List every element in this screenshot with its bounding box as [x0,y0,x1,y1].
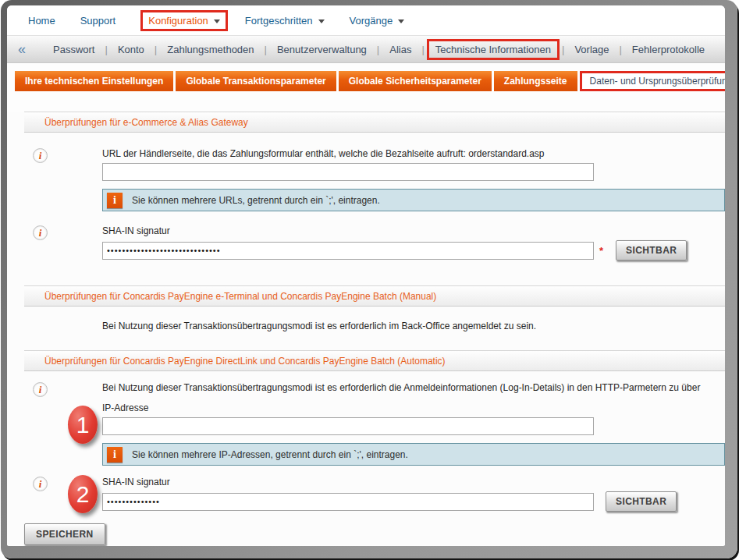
subnav-technische-informationen[interactable]: Technische Informationen [427,39,560,60]
section-header-manual: Überprüfungen für Concardis PayEngine e-… [24,285,725,307]
sha-in-ecommerce-input[interactable] [102,242,594,260]
nav-fortgeschritten-label: Fortgeschritten [245,15,313,27]
info-square-icon: i [107,447,123,463]
nav-vorgaenge[interactable]: Vorgänge [350,15,405,27]
nav-home[interactable]: Home [28,15,55,27]
nav-vorgaenge-label: Vorgänge [350,15,393,27]
url-field-row: i URL der Händlerseite, die das Zahlungs… [24,148,725,211]
section-header-ecommerce: Überprüfungen für e-Commerce & Alias Gat… [24,112,725,133]
sha-in-ecommerce-row: i SHA-IN signatur * SICHTBAR [24,225,725,261]
tab-zahlungsseite[interactable]: Zahlungsseite [494,71,577,91]
screenshot-stage: Home Support Konfiguration Fortgeschritt… [0,0,739,560]
tab-globale-sicherheitsparameter[interactable]: Globale Sicherheitsparameter [339,71,492,91]
automatic-note-text: Bei Nutzung dieser Transaktionsübertragu… [102,382,725,393]
chevron-down-icon [318,19,325,23]
speichern-button[interactable]: SPEICHERN [24,523,105,545]
urls-hint-text: Sie können mehrere URLs, getrennt durch … [132,195,380,206]
ip-input[interactable] [102,417,594,435]
annotation-step-1: 1 [68,406,98,444]
nav-support[interactable]: Support [80,15,116,27]
annotation-step-2: 2 [68,475,98,513]
subnav-fehlerprotokolle[interactable]: Fehlerprotokolle [622,44,715,55]
sha-in-directlink-label: SHA-IN signatur [102,477,725,487]
subnav-passwort[interactable]: Passwort [43,44,105,55]
subnav-zahlungsmethoden[interactable]: Zahlungsmethoden [157,44,264,55]
info-icon[interactable]: i [33,225,48,240]
ip-field-label: IP-Adresse [102,402,725,413]
tab-daten-und-ursprungsueberpruefung[interactable]: Daten- und Ursprungsüberprüfung [580,71,725,91]
chevron-down-icon [398,19,404,23]
settings-tab-strip: Ihre technischen Einstellungen Globale T… [15,71,725,91]
automatic-note-row: i Bei Nutzung dieser Transaktionsübertra… [24,382,725,393]
sha-in-directlink-row: i 2 SHA-IN signatur SICHTBAR [24,477,725,512]
sha-in-directlink-input[interactable] [102,493,594,511]
info-icon[interactable]: i [33,477,48,491]
section-header-automatic: Überprüfungen für Concardis PayEngine Di… [24,350,725,371]
url-input[interactable] [102,163,594,181]
subnav-alias[interactable]: Alias [379,44,421,55]
subnav-benutzerverwaltung[interactable]: Benutzerverwaltung [267,44,377,55]
info-square-icon: i [107,193,123,208]
chevron-down-icon [214,19,220,23]
top-navigation: Home Support Konfiguration Fortgeschritt… [7,5,725,35]
sha-in-ecommerce-label: SHA-IN signatur [102,225,725,236]
sichtbar-button-ecommerce[interactable]: SICHTBAR [616,240,687,261]
manual-note-row: Bei Nutzung dieser Transaktionsübertragu… [24,321,725,331]
collapse-chevrons-icon[interactable]: « [18,41,26,58]
info-icon[interactable]: i [33,148,48,163]
required-marker: * [599,245,603,257]
window-frame: Home Support Konfiguration Fortgeschritt… [1,0,737,558]
tab-ihre-technischen-einstellungen[interactable]: Ihre technischen Einstellungen [15,71,173,91]
subnav-vorlage[interactable]: Vorlage [564,44,619,55]
ip-field-row: 1 IP-Adresse i Sie können mehrere IP-Adr… [24,402,725,466]
info-icon[interactable]: i [33,382,48,397]
url-field-label: URL der Händlerseite, die das Zahlungsfo… [102,148,725,159]
tab-globale-transaktionsparameter[interactable]: Globale Transaktionsparameter [176,71,336,91]
ips-hint-text: Sie können mehrere IP-Adressen, getrennt… [132,449,408,460]
sichtbar-button-directlink[interactable]: SICHTBAR [606,491,677,512]
ips-hint-banner: i Sie können mehrere IP-Adressen, getren… [102,443,725,466]
nav-konfiguration-label: Konfiguration [148,15,208,27]
nav-konfiguration[interactable]: Konfiguration [140,10,228,31]
config-sub-navigation: « Passwort | Konto | Zahlungsmethoden | … [7,35,725,63]
separator: | [421,44,424,55]
manual-note-text: Bei Nutzung dieser Transaktionsübertragu… [102,321,725,331]
nav-fortgeschritten[interactable]: Fortgeschritten [245,15,325,27]
app-window: Home Support Konfiguration Fortgeschritt… [7,5,725,546]
urls-hint-banner: i Sie können mehrere URLs, getrennt durc… [102,189,725,211]
tab-content-panel: Überprüfungen für e-Commerce & Alias Gat… [7,112,725,545]
subnav-konto[interactable]: Konto [108,44,155,55]
